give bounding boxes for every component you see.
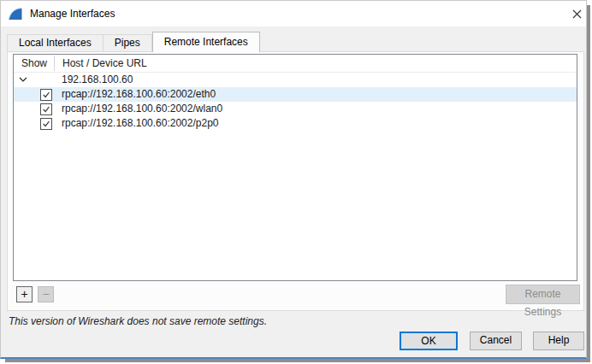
remove-button[interactable]: −: [38, 286, 54, 302]
show-checkbox[interactable]: [40, 89, 52, 101]
show-checkbox[interactable]: [40, 103, 52, 115]
window-title: Manage Interfaces: [30, 8, 115, 20]
title-bar: Manage Interfaces: [1, 1, 586, 26]
interface-url: rpcap://192.168.100.60:2002/eth0: [62, 88, 216, 101]
tab-remote-interfaces[interactable]: Remote Interfaces: [152, 32, 260, 52]
remote-interfaces-pane: Show Host / Device URL 192.168.100.60 rp…: [7, 51, 584, 311]
status-note: This version of Wireshark does not save …: [9, 315, 267, 327]
host-address: 192.168.100.60: [62, 73, 133, 86]
ok-button[interactable]: OK: [400, 332, 458, 350]
interface-row[interactable]: rpcap://192.168.100.60:2002/wlan0: [14, 102, 577, 116]
add-button[interactable]: +: [16, 286, 33, 302]
screenshot-stage: Manage Interfaces Local Interfaces Pipes…: [0, 0, 592, 364]
cancel-button[interactable]: Cancel: [470, 332, 522, 350]
manage-interfaces-dialog: Manage Interfaces Local Interfaces Pipes…: [0, 0, 587, 359]
interface-url: rpcap://192.168.100.60:2002/p2p0: [62, 117, 219, 130]
remote-interfaces-tree[interactable]: Show Host / Device URL 192.168.100.60 rp…: [13, 54, 577, 281]
show-checkbox[interactable]: [40, 118, 52, 130]
column-header-host-device-url: Host / Device URL: [55, 57, 147, 69]
checkmark-icon: [42, 91, 50, 99]
remote-settings-button[interactable]: Remote Settings: [506, 285, 580, 304]
help-button[interactable]: Help: [533, 332, 584, 350]
checkmark-icon: [42, 105, 50, 114]
tab-pipes[interactable]: Pipes: [104, 34, 152, 52]
tab-local-interfaces[interactable]: Local Interfaces: [7, 34, 104, 52]
checkmark-icon: [42, 120, 50, 128]
interface-row[interactable]: rpcap://192.168.100.60:2002/p2p0: [14, 116, 577, 131]
tree-header: Show Host / Device URL: [14, 55, 577, 73]
interface-rows: rpcap://192.168.100.60:2002/eth0rpcap://…: [14, 87, 577, 131]
close-icon[interactable]: [569, 6, 584, 21]
column-header-show: Show: [14, 57, 54, 69]
interface-url: rpcap://192.168.100.60:2002/wlan0: [62, 103, 222, 115]
wireshark-logo-icon: [9, 8, 22, 21]
host-row[interactable]: 192.168.100.60: [14, 73, 577, 87]
chevron-down-icon[interactable]: [19, 77, 27, 83]
tab-bar: Local Interfaces Pipes Remote Interfaces: [7, 32, 260, 52]
interface-row[interactable]: rpcap://192.168.100.60:2002/eth0: [14, 87, 577, 102]
